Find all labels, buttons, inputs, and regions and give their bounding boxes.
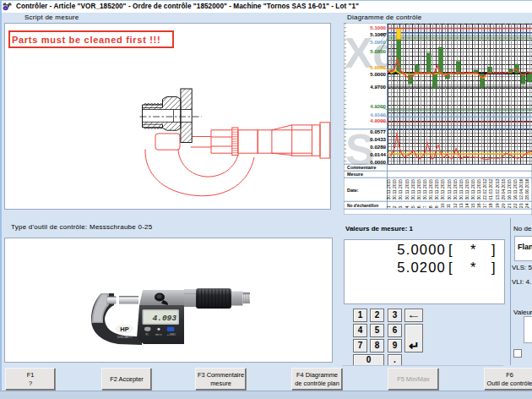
svg-text:17: 17: [482, 203, 487, 208]
svg-text:5.0050: 5.0050: [370, 64, 386, 70]
svg-text:30.11.2015: 30.11.2015: [416, 179, 421, 200]
svg-text:21: 21: [507, 203, 512, 208]
svg-text:30.11.2015: 30.11.2015: [447, 179, 452, 200]
svg-text:28.06.2016: 28.06.2016: [524, 178, 529, 200]
svg-text:30.11.2015: 30.11.2015: [410, 179, 415, 200]
svg-text:3: 3: [398, 205, 403, 208]
svg-text:30.11.2015: 30.11.2015: [398, 179, 403, 200]
svg-text:30.11.2015: 30.11.2015: [434, 179, 439, 200]
svg-text:30.11.2015: 30.11.2015: [459, 179, 464, 200]
svg-text:29.04.2015: 29.04.2015: [501, 178, 506, 200]
svg-text:Commentaire: Commentaire: [347, 165, 376, 170]
svg-text:13: 13: [459, 203, 464, 208]
svg-text:0.0577: 0.0577: [370, 128, 386, 134]
svg-text:16.11.2015: 16.11.2015: [513, 179, 518, 200]
svg-text:30.11.2015: 30.11.2015: [476, 179, 481, 200]
svg-text:6: 6: [416, 205, 421, 208]
svg-text:13.02.2013: 13.02.2013: [495, 178, 500, 200]
svg-text:9: 9: [434, 205, 439, 208]
svg-text:0.0144: 0.0144: [370, 151, 386, 157]
svg-text:Mesure: Mesure: [347, 172, 363, 177]
svg-text:Date:: Date:: [347, 188, 359, 193]
svg-text:0.0289: 0.0289: [370, 144, 386, 150]
svg-text:4.093: 4.093: [152, 314, 176, 323]
svg-text:5: 5: [410, 205, 415, 208]
svg-text:30.11.2015: 30.11.2015: [386, 179, 391, 200]
svg-text:16: 16: [476, 203, 481, 208]
svg-text:4.9000: 4.9000: [370, 118, 386, 123]
svg-text:4: 4: [404, 205, 410, 208]
svg-text:2: 2: [392, 205, 397, 208]
svg-text:12: 12: [453, 203, 458, 208]
svg-text:5.0000: 5.0000: [370, 71, 386, 77]
svg-text:30.11.2015: 30.11.2015: [404, 179, 410, 200]
svg-text:5.1000: 5.1000: [370, 25, 386, 30]
svg-text:1: 1: [386, 205, 391, 208]
svg-text:22: 22: [513, 203, 518, 208]
svg-text:22.02.2012: 22.02.2012: [482, 178, 487, 200]
svg-text:24: 24: [524, 203, 529, 208]
svg-text:11: 11: [447, 204, 452, 208]
svg-text:5.0800: 5.0800: [370, 48, 386, 54]
svg-text:18: 18: [488, 203, 493, 208]
svg-text:30.11.2015: 30.11.2015: [464, 179, 470, 200]
svg-text:4.9100: 4.9100: [370, 112, 386, 118]
svg-text:30.11.2015: 30.11.2015: [428, 179, 433, 200]
svg-text:16.11.2015: 16.11.2015: [507, 179, 512, 200]
svg-text:23: 23: [518, 203, 524, 208]
svg-text:30.11.2015: 30.11.2015: [440, 179, 445, 200]
svg-text:30.11.2015: 30.11.2015: [470, 179, 475, 200]
svg-text:15: 15: [470, 203, 475, 208]
svg-text:7: 7: [422, 205, 427, 208]
svg-text:4.9700: 4.9700: [370, 84, 386, 90]
svg-text:30.11.2015: 30.11.2015: [422, 179, 427, 200]
svg-text:P1: P1: [146, 333, 149, 336]
svg-text:DIGI-MET®: DIGI-MET®: [117, 336, 133, 339]
svg-text:0.0433: 0.0433: [370, 136, 386, 142]
svg-text:30.11.2015: 30.11.2015: [392, 179, 397, 200]
svg-text:10: 10: [440, 203, 445, 208]
svg-text:5.1000: 5.1000: [370, 31, 386, 37]
svg-text:14: 14: [464, 203, 470, 208]
svg-text:● ZERO: ● ZERO: [167, 333, 176, 336]
svg-text:20: 20: [501, 203, 506, 208]
svg-text:mm in: mm in: [155, 333, 162, 336]
svg-text:30.11.2015: 30.11.2015: [453, 179, 458, 200]
svg-text:HP: HP: [120, 325, 128, 333]
svg-text:8: 8: [428, 205, 433, 208]
svg-text:No d'échantillon: No d'échantillon: [347, 204, 378, 208]
svg-text:12.04.2016: 12.04.2016: [518, 178, 524, 200]
svg-text:01.03.2012: 01.03.2012: [488, 178, 493, 200]
svg-text:19: 19: [495, 203, 500, 208]
